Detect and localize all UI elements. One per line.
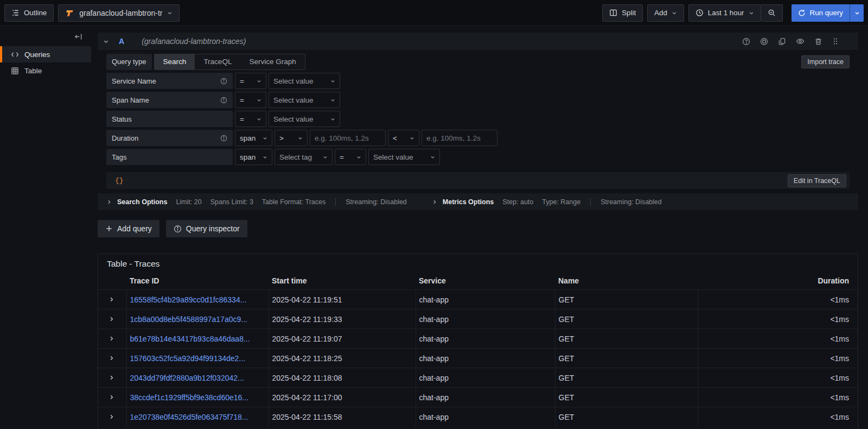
table-row: 2043dd79fdf2880a9b12f032042... 2025-04-2… — [98, 368, 858, 388]
expand-row-button[interactable] — [98, 329, 126, 349]
time-range-button[interactable]: Last 1 hour — [688, 4, 761, 22]
record-circle-icon[interactable] — [760, 37, 768, 46]
run-query-button[interactable]: Run query — [792, 4, 850, 22]
datasource-picker[interactable]: grafanacloud-lambtron-tr — [58, 4, 180, 22]
add-button[interactable]: Add — [647, 4, 684, 22]
split-button[interactable]: Split — [602, 4, 643, 22]
tags-scope-select[interactable]: span — [235, 149, 272, 165]
help-icon[interactable] — [742, 37, 750, 46]
column-header-start-time[interactable]: Start time — [269, 275, 416, 290]
info-icon[interactable] — [220, 135, 227, 142]
expand-row-button[interactable] — [98, 349, 126, 368]
sidebar-item-queries[interactable]: Queries — [0, 46, 91, 62]
add-query-button[interactable]: Add query — [98, 220, 159, 237]
trace-id-link[interactable]: 1cb8a00d8eb5f4588997a17a0c9... — [130, 315, 247, 324]
split-icon — [609, 9, 617, 17]
chevron-down-icon — [323, 155, 328, 160]
trace-id-link[interactable]: 38ccdef1c1929ff5bf9e38cd60e16... — [130, 393, 248, 402]
collapse-query-chevron-icon[interactable] — [103, 39, 109, 45]
status-operator-select[interactable]: = — [235, 111, 266, 127]
search-options-label[interactable]: Search Options — [117, 198, 167, 206]
option-step: Step: auto — [502, 198, 533, 206]
duration-scope-select[interactable]: span — [235, 130, 272, 146]
span-name-label-text: Span Name — [112, 96, 149, 104]
operator-value: = — [240, 77, 244, 85]
span-name-value-select[interactable]: Select value — [269, 92, 340, 108]
trace-id-link[interactable]: b61e78b14e43417b93c8a46daa8... — [130, 335, 250, 343]
duration-min-operator-select[interactable]: > — [275, 130, 308, 146]
column-header-trace-id[interactable]: Trace ID — [126, 275, 269, 290]
start-time-cell: 2025-04-22 11:15:58 — [269, 407, 416, 427]
query-inspector-button[interactable]: Query inspector — [166, 220, 247, 237]
copy-icon[interactable] — [778, 37, 786, 46]
column-header-duration[interactable]: Duration — [698, 275, 858, 290]
status-label-text: Status — [112, 115, 132, 123]
zoom-out-time-button[interactable] — [761, 4, 783, 22]
table-row: 1e20738e0f4526d5fe063475f718... 2025-04-… — [98, 407, 858, 427]
outline-button[interactable]: Outline — [4, 4, 54, 22]
operator-value: = — [340, 153, 344, 161]
service-name-operator-select[interactable]: = — [235, 73, 266, 89]
sidebar-item-table[interactable]: Table — [0, 62, 91, 79]
span-name-operator-select[interactable]: = — [235, 92, 266, 108]
options-divider — [590, 198, 591, 206]
expand-row-button[interactable] — [98, 290, 126, 310]
info-icon[interactable] — [220, 97, 227, 104]
trace-id-link[interactable]: 2043dd79fdf2880a9b12f032042... — [130, 374, 244, 382]
time-range-label: Last 1 hour — [708, 9, 744, 17]
chevron-down-icon — [257, 117, 261, 122]
explore-main: A (grafanacloud-lambtron-traces) — [91, 26, 868, 429]
plus-icon — [105, 225, 113, 232]
tags-operator-select[interactable]: = — [335, 149, 366, 165]
import-trace-button[interactable]: Import trace — [801, 55, 850, 68]
eye-icon[interactable] — [796, 37, 805, 46]
table-row: 1cb8a00d8eb5f4588997a17a0c9... 2025-04-2… — [98, 310, 858, 329]
edit-in-traceql-button[interactable]: Edit in TraceQL — [788, 174, 846, 187]
collapse-outline-button[interactable] — [0, 30, 91, 46]
table-header-row: Trace ID Start time Service Name Duratio… — [98, 275, 858, 290]
duration-cell: <1ms — [698, 407, 858, 427]
info-icon[interactable] — [220, 78, 227, 85]
zoom-out-icon — [768, 9, 776, 17]
status-value-select[interactable]: Select value — [269, 111, 340, 127]
metrics-options-label[interactable]: Metrics Options — [443, 198, 494, 206]
query-options-bar[interactable]: Search Options Limit: 20 Spans Limit: 3 … — [98, 193, 858, 210]
table-row: 16558f5cf4b29a89cc0d1fc86334... 2025-04-… — [98, 290, 858, 310]
name-cell: GET — [555, 310, 698, 329]
query-ref-id[interactable]: A — [119, 37, 124, 46]
trace-id-link[interactable]: 16558f5cf4b29a89cc0d1fc86334... — [130, 295, 247, 304]
duration-label-text: Duration — [112, 134, 138, 142]
duration-max-operator-select[interactable]: < — [388, 130, 419, 146]
service-name-value-select[interactable]: Select value — [269, 73, 340, 89]
trace-id-link[interactable]: 1e20738e0f4526d5fe063475f718... — [130, 413, 248, 421]
duration-max-input[interactable] — [422, 130, 497, 146]
column-header-service[interactable]: Service — [416, 275, 555, 290]
traces-table-panel: Table - Traces Trace ID Start time Servi… — [98, 254, 858, 429]
tab-service-graph[interactable]: Service Graph — [240, 54, 304, 70]
table-grid-icon — [11, 67, 19, 75]
expand-row-button[interactable] — [98, 310, 126, 329]
option-metrics-streaming: Streaming: Disabled — [601, 198, 662, 206]
duration-cell: <1ms — [698, 290, 858, 310]
tags-value-select[interactable]: Select value — [368, 149, 440, 165]
tags-tag-select[interactable]: Select tag — [275, 149, 333, 165]
trace-id-link[interactable]: 157603c52fc5a92d94f99134de2... — [130, 354, 246, 363]
expand-row-button[interactable] — [98, 368, 126, 388]
expand-row-button[interactable] — [98, 407, 126, 427]
trash-icon[interactable] — [814, 37, 822, 46]
sidebar-item-label: Table — [24, 67, 42, 75]
name-cell: GET — [555, 290, 698, 310]
duration-min-input[interactable] — [310, 130, 386, 146]
select-placeholder: Select value — [273, 77, 314, 85]
drag-handle-icon[interactable] — [832, 37, 839, 45]
run-query-caret[interactable] — [850, 4, 864, 22]
tab-traceql[interactable]: TraceQL — [195, 54, 240, 70]
outline-icon — [11, 9, 20, 17]
tab-search[interactable]: Search — [155, 54, 195, 70]
column-header-name[interactable]: Name — [555, 275, 698, 290]
chevron-right-icon — [108, 316, 114, 322]
chevron-down-icon — [257, 98, 261, 103]
chevron-down-icon — [356, 155, 361, 160]
expand-row-button[interactable] — [98, 388, 126, 407]
operator-value: < — [393, 134, 397, 142]
